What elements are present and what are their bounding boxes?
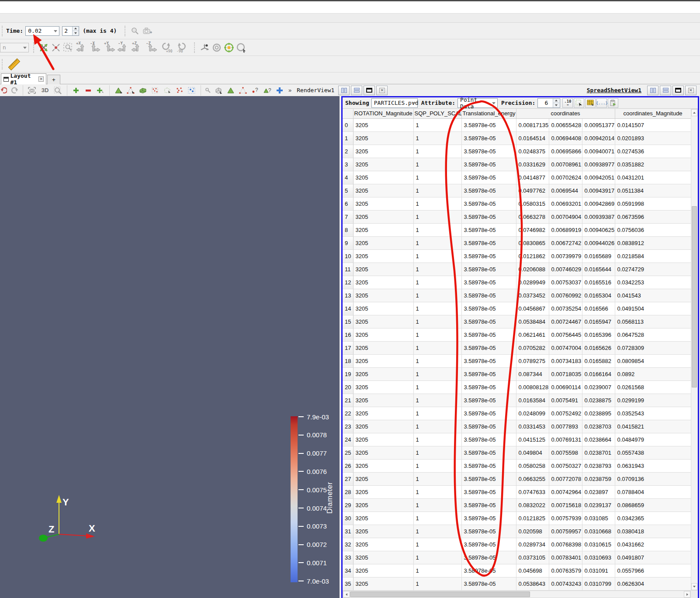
data-cell[interactable]: 0.00763579 [549,564,582,577]
data-cell[interactable]: 1 [413,223,461,236]
data-cell[interactable]: 3.58978e-05 [461,446,516,459]
data-cell[interactable]: 0.00708961 [549,158,582,171]
data-cell[interactable]: 3205 [353,512,413,525]
table-row[interactable]: 20320513.58978e-050.008081280.006901140.… [343,380,691,394]
render-view-title[interactable]: RenderView1 [297,87,334,93]
data-cell[interactable]: 0.0415125 [516,433,549,446]
data-cell[interactable]: 0.0331453 [516,420,549,433]
data-cell[interactable]: 3.58978e-05 [461,341,516,354]
data-cell[interactable]: 0.0299199 [615,394,691,407]
data-cell[interactable]: 3.58978e-05 [461,512,516,525]
data-cell[interactable]: 0.00695866 [549,145,582,158]
data-cell[interactable]: 3.58978e-05 [461,263,516,276]
data-cell[interactable]: 0.00742964 [549,485,582,498]
data-cell[interactable]: 0.031091 [582,564,615,577]
view-minus-z-button[interactable]: -Z [145,41,158,54]
spin-down-button[interactable] [73,31,79,35]
data-cell[interactable]: 0.0380418 [615,525,691,538]
data-cell[interactable]: 0.0218584 [615,249,691,263]
data-cell[interactable]: 3.58978e-05 [461,394,516,407]
data-cell[interactable]: 0.0580315 [516,197,549,210]
split-vertical-button[interactable] [338,86,350,95]
data-cell[interactable]: 0.00759957 [549,525,582,538]
data-cell[interactable]: 0.00690114 [549,380,582,394]
data-cell[interactable]: 0.0663278 [516,210,549,223]
select-surface-cells-button[interactable] [113,85,124,96]
table-row[interactable]: 13320513.58978e-050.03734520.007609920.0… [343,289,691,302]
toggle-cell-connectivity-button[interactable]: {...} [596,98,607,108]
data-cell[interactable]: 0.0165304 [582,289,615,302]
data-cell[interactable]: 1 [413,446,461,459]
data-cell[interactable]: 0.00938977 [582,158,615,171]
data-cell[interactable]: 0.016566 [582,302,615,315]
data-cell[interactable]: 1 [413,315,461,328]
data-cell[interactable]: 0.00808128 [516,380,549,394]
data-cell[interactable]: 0.00768398 [549,538,582,551]
data-cell[interactable]: 0.0238759 [582,472,615,485]
data-cell[interactable]: 0.0511384 [615,184,691,197]
grow-selection-icon[interactable] [274,85,285,96]
zoom-to-selection-icon[interactable] [129,25,141,37]
scroll-right-button[interactable] [684,591,690,598]
zoom-to-data-button[interactable] [50,42,62,53]
data-cell[interactable]: 0.00702624 [549,171,582,184]
row-index-cell[interactable]: 2 [343,145,353,158]
data-cell[interactable]: 3205 [353,380,413,394]
capture-zoom-icon[interactable] [142,25,153,37]
data-cell[interactable]: 1 [413,171,461,184]
close-view-button[interactable]: ✕ [685,86,697,95]
data-cell[interactable]: 0.0809854 [615,354,691,367]
data-cell[interactable]: 3205 [353,420,413,433]
data-cell[interactable]: 0.0351882 [615,158,691,171]
scroll-down-button[interactable] [691,583,697,590]
data-cell[interactable]: 3.58978e-05 [461,197,516,210]
data-cell[interactable]: 1 [413,210,461,223]
data-cell[interactable]: 0.0538484 [516,315,549,328]
data-cell[interactable]: 0.0431201 [615,171,691,184]
toggle-3d-button[interactable]: 3D [38,85,52,96]
column-header-energy[interactable]: Translational_energy [461,109,516,118]
data-cell[interactable]: 0.020598 [516,525,549,538]
select-polygon-cells-button[interactable] [162,85,173,96]
table-row[interactable]: 12320513.58978e-050.02899490.007530370.0… [343,276,691,289]
data-cell[interactable]: 0.0414877 [516,171,549,184]
data-cell[interactable]: 0.00757939 [549,512,582,525]
data-cell[interactable]: 0.0201893 [615,131,691,145]
data-cell[interactable]: 1 [413,236,461,249]
vertical-scroll-thumb[interactable] [692,206,697,387]
view-plus-z-button[interactable]: +Z [131,41,144,54]
data-cell[interactable]: 3205 [353,446,413,459]
row-index-cell[interactable]: 32 [343,538,353,551]
data-cell[interactable]: 0.0663255 [516,472,549,485]
data-cell[interactable]: 3205 [353,131,413,145]
data-cell[interactable]: 1 [413,289,461,302]
data-cell[interactable]: 3205 [353,485,413,498]
data-cell[interactable]: 0.00756445 [549,328,582,341]
horizontal-scroll-thumb[interactable] [350,591,530,597]
table-row[interactable]: 26320513.58978e-050.05802580.007503270.0… [343,459,691,472]
data-cell[interactable]: 3205 [353,118,413,131]
toolbar-grip[interactable] [2,59,4,69]
data-cell[interactable]: 1 [413,420,461,433]
data-cell[interactable]: 0.0631943 [615,459,691,472]
select-polygon-points-button[interactable] [174,85,185,96]
data-cell[interactable]: 0.00942014 [582,131,615,145]
data-cell[interactable]: 0.0238895 [582,407,615,420]
data-cell[interactable]: 0.0756036 [615,223,691,236]
data-cell[interactable]: 0.0728309 [615,341,691,354]
data-cell[interactable]: 1 [413,394,461,407]
row-index-cell[interactable]: 17 [343,341,353,354]
data-cell[interactable]: 1 [413,249,461,263]
data-cell[interactable]: 1 [413,577,461,590]
select-frustum-cells-button[interactable] [137,85,149,96]
data-cell[interactable]: 0.00944026 [582,236,615,249]
row-index-cell[interactable]: 3 [343,158,353,171]
data-cell[interactable]: 1 [413,302,461,315]
data-cell[interactable]: 3.58978e-05 [461,354,516,367]
row-index-cell[interactable]: 10 [343,249,353,263]
reset-center-of-rotation-button[interactable] [236,42,247,53]
data-cell[interactable]: 0.0568113 [615,315,691,328]
data-cell[interactable]: 3.58978e-05 [461,328,516,341]
column-header-magnitude[interactable]: coordinates_Magnitude [615,109,691,118]
data-cell[interactable]: 3.58978e-05 [461,223,516,236]
